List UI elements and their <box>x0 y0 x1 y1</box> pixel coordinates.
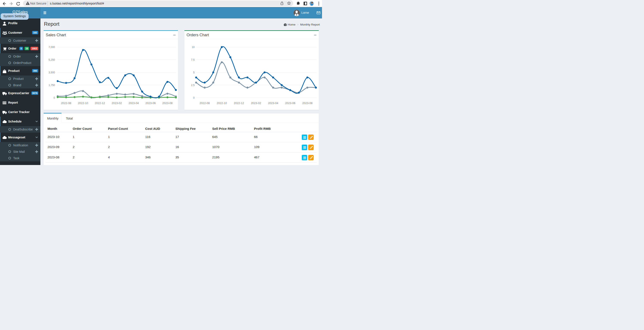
svg-text:2023-04: 2023-04 <box>268 102 278 105</box>
svg-text:2.5: 2.5 <box>191 84 195 87</box>
svg-text:3,500: 3,500 <box>48 71 55 74</box>
svg-text:2022-08: 2022-08 <box>61 102 71 105</box>
svg-text:2022-12: 2022-12 <box>95 102 105 105</box>
svg-text:2023-08: 2023-08 <box>162 102 172 105</box>
svg-text:2022-10: 2022-10 <box>78 102 88 105</box>
svg-text:2022-10: 2022-10 <box>217 102 227 105</box>
svg-text:0: 0 <box>193 96 195 99</box>
svg-text:10: 10 <box>192 46 195 49</box>
svg-text:1,750: 1,750 <box>48 84 55 87</box>
svg-text:2023-06: 2023-06 <box>145 102 156 105</box>
svg-text:2022-12: 2022-12 <box>234 102 244 105</box>
svg-text:2023-04: 2023-04 <box>128 102 139 105</box>
svg-text:7.5: 7.5 <box>191 58 195 61</box>
svg-text:2023-06: 2023-06 <box>285 102 295 105</box>
svg-text:5,250: 5,250 <box>48 58 55 61</box>
svg-text:5: 5 <box>193 71 195 74</box>
svg-text:2023-02: 2023-02 <box>251 102 261 105</box>
svg-text:0: 0 <box>54 96 55 99</box>
svg-text:2023-08: 2023-08 <box>302 102 312 105</box>
svg-text:7,000: 7,000 <box>48 46 55 49</box>
svg-text:2023-02: 2023-02 <box>112 102 122 105</box>
svg-text:2022-08: 2022-08 <box>200 102 210 105</box>
